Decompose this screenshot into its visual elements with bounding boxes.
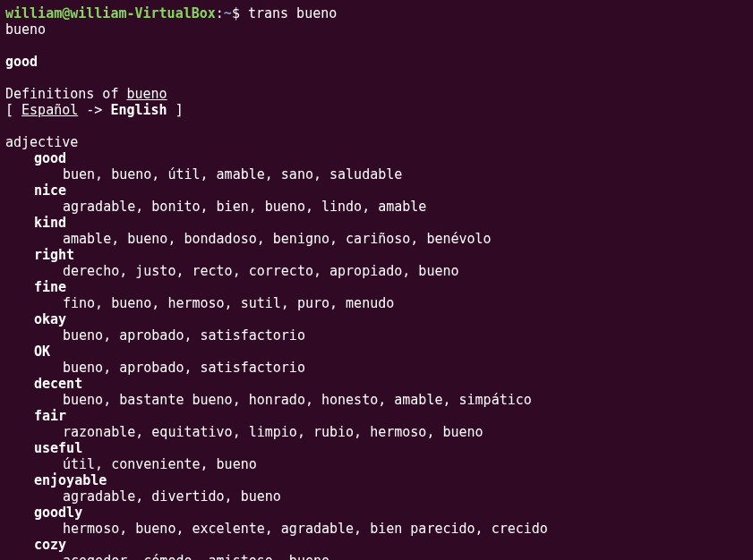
entry-synonyms: acogedor, cómodo, amistoso, bueno [5,553,748,560]
synonyms-text: bueno, aprobado, satisfactorio [5,360,748,376]
entry-synonyms: amable, bueno, bondadoso, benigno, cariñ… [5,231,748,247]
entry-synonyms: bueno, bastante bueno, honrado, honesto,… [5,392,748,408]
prompt-user-host: william@william-VirtualBox [5,5,216,21]
entry-synonyms: bueno, aprobado, satisfactorio [5,327,748,344]
prompt-path: ~ [224,5,232,21]
entry-synonyms: buen, bueno, útil, amable, sano, saludab… [5,166,748,182]
lang-open: [ [5,102,21,118]
entry-term: OK [5,344,748,360]
synonyms-text: bueno, bastante bueno, honrado, honesto,… [5,392,748,408]
term-text: decent [5,376,82,392]
entry-synonyms: derecho, justo, recto, correcto, apropia… [5,263,748,279]
entry-synonyms: agradable, bonito, bien, bueno, lindo, a… [5,199,748,215]
synonyms-text: razonable, equitativo, limpio, rubio, he… [5,424,748,440]
term-text: kind [5,215,66,231]
blank-line [5,70,748,86]
term-text: enjoyable [5,472,107,488]
synonyms-text: agradable, bonito, bien, bueno, lindo, a… [5,199,748,215]
target-lang: English [110,102,167,118]
lang-arrow: -> [78,102,110,118]
term-text: right [5,247,74,263]
entry-term: fine [5,279,748,295]
term-text: fair [5,408,66,424]
synonyms-text: hermoso, bueno, excelente, agradable, bi… [5,521,748,537]
entry-synonyms: agradable, divertido, bueno [5,488,748,505]
lang-close: ] [167,102,184,118]
synonyms-text: fino, bueno, hermoso, sutil, puro, menud… [5,295,748,311]
synonyms-text: agradable, divertido, bueno [5,488,748,505]
entry-term: fair [5,408,748,424]
primary-translation: good [5,54,748,70]
language-line: [ Español -> English ] [5,102,748,118]
synonyms-text: bueno, aprobado, satisfactorio [5,327,748,344]
part-of-speech: adjective [5,134,748,150]
term-text: OK [5,344,50,360]
term-text: good [5,150,66,166]
definitions-word: bueno [126,86,167,102]
entry-term: right [5,247,748,263]
command-text: trans bueno [240,5,337,21]
entry-synonyms: fino, bueno, hermoso, sutil, puro, menud… [5,295,748,311]
prompt-sep: : [216,5,224,21]
entry-term: useful [5,440,748,456]
entry-term: okay [5,311,748,327]
synonyms-text: acogedor, cómodo, amistoso, bueno [5,553,748,560]
synonyms-text: buen, bueno, útil, amable, sano, saludab… [5,166,748,182]
entry-synonyms: útil, conveniente, bueno [5,456,748,472]
echo-word: bueno [5,21,748,38]
entry-term: good [5,150,748,166]
blank-line [5,118,748,134]
entry-term: decent [5,376,748,392]
term-text: okay [5,311,66,327]
prompt-line: william@william-VirtualBox:~$ trans buen… [5,5,748,21]
term-text: goodly [5,505,82,521]
blank-line [5,38,748,54]
term-text: fine [5,279,66,295]
entry-term: kind [5,215,748,231]
term-text: cozy [5,537,66,553]
entry-synonyms: razonable, equitativo, limpio, rubio, he… [5,424,748,440]
prompt-dollar: $ [232,5,240,21]
synonyms-text: amable, bueno, bondadoso, benigno, cariñ… [5,231,748,247]
entry-synonyms: hermoso, bueno, excelente, agradable, bi… [5,521,748,537]
definitions-header: Definitions of bueno [5,86,748,102]
entry-term: cozy [5,537,748,553]
definitions-prefix: Definitions of [5,86,126,102]
entry-term: nice [5,182,748,199]
source-lang: Español [21,102,78,118]
entry-term: goodly [5,505,748,521]
synonyms-text: útil, conveniente, bueno [5,456,748,472]
entry-term: enjoyable [5,472,748,488]
synonyms-text: derecho, justo, recto, correcto, apropia… [5,263,748,279]
term-text: useful [5,440,82,456]
entry-synonyms: bueno, aprobado, satisfactorio [5,360,748,376]
terminal-output[interactable]: william@william-VirtualBox:~$ trans buen… [5,5,748,560]
term-text: nice [5,182,66,199]
entries-container: goodbuen, bueno, útil, amable, sano, sal… [5,150,748,560]
